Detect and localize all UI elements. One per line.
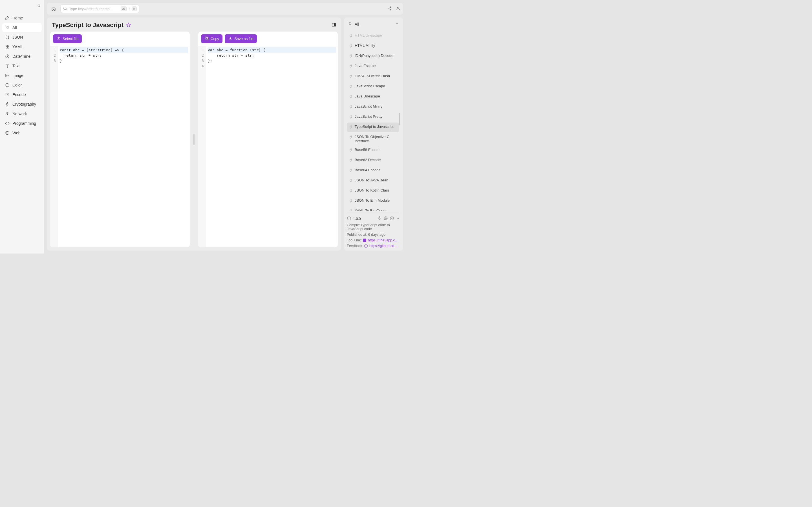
svg-rect-9 [6, 74, 9, 77]
sidebar-collapse-icon[interactable] [37, 3, 42, 9]
tool-item-json-to-objective-c-interface[interactable]: JSON To Objective-C Interface [347, 133, 399, 145]
plug-icon [349, 178, 353, 184]
select-file-button[interactable]: Select file [53, 34, 82, 43]
plug-icon [349, 188, 353, 194]
sidebar-item-text[interactable]: Text [2, 61, 42, 70]
search-input[interactable] [69, 7, 119, 11]
tool-item-javascript-pretty[interactable]: JavaScript Pretty [347, 112, 399, 122]
tool-item-idn-punycode-decode[interactable]: IDN(Punycode) Decode [347, 52, 399, 61]
svg-rect-6 [6, 47, 7, 48]
pane-divider[interactable] [193, 32, 195, 247]
text-icon [5, 64, 10, 68]
tool-item-javascript-minify[interactable]: JavaScript Minify [347, 102, 399, 112]
main-column: ⌘ + K TypeScript to Javascript [44, 0, 406, 253]
clock-icon [5, 54, 10, 59]
code-icon [5, 121, 10, 126]
input-editor[interactable]: 123 const abc = (str:string) => { return… [50, 46, 190, 247]
plug-icon [349, 34, 353, 39]
sidebar: HomeAllJSONYAMLDate/TimeTextImageColorEn… [0, 0, 44, 253]
tools-list[interactable]: HTML UnescapeHTML MinifyIDN(Punycode) De… [347, 31, 400, 211]
work-area: TypeScript to Javascript [47, 17, 341, 251]
tool-item-label: Base64 Encode [355, 168, 380, 172]
kbd-key: K [132, 6, 137, 11]
sidebar-item-color[interactable]: Color [2, 80, 42, 90]
sidebar-item-web[interactable]: Web [2, 128, 42, 137]
tool-item-base64-encode[interactable]: Base64 Encode [347, 166, 399, 175]
tool-item-label: HMAC-SHA256 Hash [355, 74, 390, 78]
sidebar-item-json[interactable]: JSON [2, 33, 42, 42]
tool-item-yaml-to-big-query-schema[interactable]: YAML To Big Query Schema [347, 207, 399, 211]
plug-icon [349, 44, 353, 49]
globe-icon[interactable] [384, 216, 388, 221]
save-as-file-button[interactable]: Save as file [225, 34, 257, 43]
tool-item-label: JavaScript Escape [355, 84, 385, 88]
chevron-down-icon[interactable] [396, 216, 400, 221]
tool-item-typescript-to-javascript[interactable]: TypeScript to Javascript [347, 122, 399, 132]
sidebar-item-date-time[interactable]: Date/Time [2, 52, 42, 61]
tool-link[interactable]: https://t.he3app.co… [368, 238, 399, 242]
plug-icon [349, 64, 353, 69]
tool-item-java-escape[interactable]: Java Escape [347, 62, 399, 71]
chevron-down-icon[interactable] [395, 21, 399, 27]
plug-icon [349, 158, 353, 163]
plug-icon [348, 21, 352, 27]
plug-icon [349, 94, 353, 100]
tool-item-html-minify[interactable]: HTML Minify [347, 41, 399, 51]
tool-item-java-unescape[interactable]: Java Unescape [347, 92, 399, 102]
kbd-mod: ⌘ [121, 6, 126, 11]
svg-rect-0 [6, 26, 7, 27]
tool-item-label: Base58 Encode [355, 148, 380, 152]
sidebar-item-yaml[interactable]: YAML [2, 42, 42, 51]
share-icon[interactable] [388, 6, 392, 11]
sidebar-item-label: JSON [12, 35, 23, 40]
braces-icon [5, 35, 10, 40]
svg-rect-22 [205, 37, 207, 39]
kbd-plus: + [128, 7, 130, 10]
panel-toggle-icon[interactable] [332, 22, 336, 28]
sidebar-item-encode[interactable]: Encode [2, 90, 42, 99]
sidebar-item-programming[interactable]: Programming [2, 119, 42, 128]
tool-item-base62-decode[interactable]: Base62 Decode [347, 156, 399, 165]
plug-icon [349, 74, 353, 79]
box-icon [5, 93, 10, 97]
user-icon[interactable] [396, 6, 400, 11]
tool-item-javascript-escape[interactable]: JavaScript Escape [347, 82, 399, 92]
favorite-star-icon[interactable] [126, 22, 131, 28]
sidebar-item-all[interactable]: All [2, 23, 42, 32]
tool-item-json-to-kotlin-class[interactable]: JSON To Kotlin Class [347, 186, 399, 196]
feedback-link[interactable]: https://github.com/… [369, 244, 400, 248]
tool-item-html-unescape[interactable]: HTML Unescape [347, 31, 399, 41]
sidebar-item-label: YAML [12, 45, 23, 49]
svg-rect-7 [8, 47, 9, 48]
input-pane: Select file 123 const abc = (str:string)… [50, 32, 190, 247]
svg-rect-21 [206, 38, 208, 40]
sidebar-item-home[interactable]: Home [2, 13, 42, 22]
tool-item-json-to-elm-module[interactable]: JSON To Elm Module [347, 196, 399, 206]
wifi-icon [5, 112, 10, 116]
tool-item-label: JSON To Objective-C Interface [355, 135, 398, 143]
search-box[interactable]: ⌘ + K [60, 4, 139, 13]
home-button[interactable] [50, 5, 57, 13]
output-editor[interactable]: 1234 var abc = function (str) { return s… [198, 46, 338, 247]
tool-item-base58-encode[interactable]: Base58 Encode [347, 146, 399, 155]
plug-icon [349, 148, 353, 153]
sidebar-item-label: Color [12, 83, 22, 87]
sidebar-item-cryptography[interactable]: Cryptography [2, 100, 42, 109]
sidebar-item-image[interactable]: Image [2, 71, 42, 80]
checkmark-icon[interactable] [390, 216, 394, 221]
tool-item-label: IDN(Punycode) Decode [355, 54, 393, 58]
plug-icon [349, 115, 353, 120]
sidebar-item-label: Encode [12, 93, 26, 97]
tool-item-json-to-java-bean[interactable]: JSON To JAVA Bean [347, 176, 399, 186]
tool-item-label: HTML Minify [355, 43, 375, 48]
sidebar-item-network[interactable]: Network [2, 109, 42, 118]
tool-item-hmac-sha256-hash[interactable]: HMAC-SHA256 Hash [347, 72, 399, 81]
published-label: Published at: [347, 233, 367, 237]
sidebar-item-label: Network [12, 112, 27, 116]
copy-button[interactable]: Copy [201, 34, 222, 43]
scrollbar-thumb[interactable] [399, 113, 400, 125]
filter-row[interactable]: All [347, 20, 400, 29]
divider-handle-icon [193, 134, 195, 145]
version-text: 1.0.0 [353, 217, 361, 221]
bolt-icon[interactable] [377, 216, 382, 221]
